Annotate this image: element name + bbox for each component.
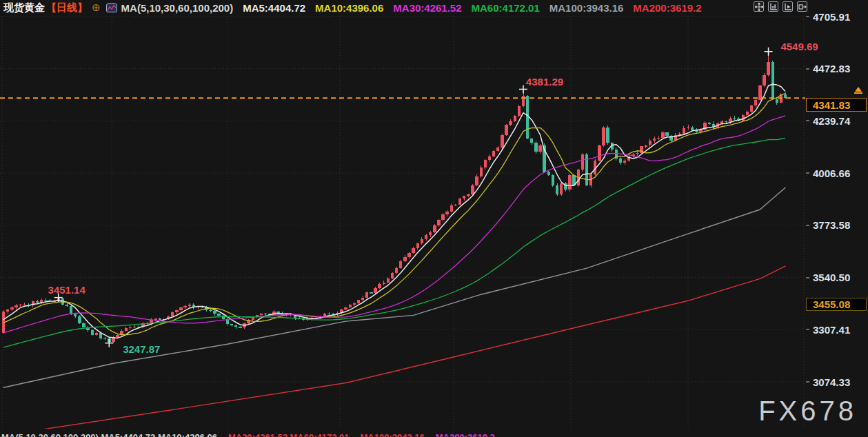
- candle-body: [188, 305, 191, 306]
- candlestick-chart[interactable]: 3451.143247.874381.294549.69: [0, 0, 868, 429]
- scroll-to-latest-icon[interactable]: [855, 87, 862, 94]
- candle-body: [209, 310, 212, 311]
- candle-body: [683, 128, 685, 134]
- price-annotation-label: 4549.69: [780, 41, 818, 52]
- ma-settings-label[interactable]: MA(5,10,30,60,100,200): [121, 2, 234, 14]
- candle-body: [179, 307, 182, 310]
- candle-body: [619, 159, 622, 163]
- y-axis-tick: [806, 225, 809, 226]
- candle-body: [758, 85, 761, 99]
- ma-line-ma200: [3, 266, 785, 429]
- candle-body: [661, 132, 664, 138]
- candle-body: [556, 185, 558, 194]
- candle-body: [475, 176, 478, 185]
- candle-body: [657, 138, 660, 139]
- candle-body: [383, 283, 385, 284]
- y-axis-label: 4705.91: [813, 10, 867, 23]
- candle-body: [471, 185, 474, 194]
- ma-value-ma10: MA10:4396.06: [315, 2, 383, 14]
- candle-body: [234, 325, 237, 327]
- extreme-marker: [765, 48, 773, 56]
- candle-body: [171, 312, 174, 316]
- candle-body: [771, 62, 774, 99]
- ma-value-ma30: MA30:4261.52: [393, 2, 461, 14]
- candle-body: [484, 160, 487, 167]
- candle-body: [327, 314, 330, 314]
- candle-body: [361, 298, 364, 301]
- chart-header: 现货黄金 【日线】 ⊕ MA(5,10,30,60,100,200) MA5:4…: [3, 1, 702, 14]
- candle-body: [509, 121, 512, 125]
- candle-body: [733, 119, 736, 119]
- candle-body: [14, 305, 17, 307]
- ma-line-ma30: [3, 116, 785, 333]
- watermark: FX678: [758, 396, 857, 427]
- candle-body: [450, 205, 453, 212]
- candle-body: [433, 225, 436, 232]
- candle-body: [547, 172, 550, 175]
- candle-body: [492, 151, 495, 156]
- candle-body: [514, 116, 516, 121]
- candle-body: [754, 100, 757, 106]
- candle-body: [175, 310, 178, 313]
- candle-body: [560, 183, 563, 194]
- sub-chart-icon[interactable]: [783, 1, 793, 12]
- pan-icon[interactable]: [754, 1, 764, 12]
- candle-body: [349, 305, 352, 307]
- clipped-text-segment: MA(5,10,30,60,100,200) MA5:4404.72 MA10:…: [1, 432, 217, 437]
- candle-body: [23, 305, 26, 305]
- grid-layer: [0, 17, 805, 428]
- candle-body: [530, 139, 533, 143]
- candle-body: [538, 145, 541, 152]
- candle-body: [78, 316, 81, 323]
- candle-body: [407, 253, 410, 257]
- candle-body: [416, 243, 419, 248]
- candle-body: [357, 300, 360, 303]
- clipped-text-segment: MA100:3943.16: [361, 432, 425, 437]
- candle-body: [374, 288, 376, 292]
- candle-body: [353, 303, 356, 305]
- y-axis-label: 3540.50: [813, 271, 867, 284]
- candle-body: [708, 123, 711, 124]
- candle-body: [116, 335, 119, 337]
- y-axis-tick: [806, 120, 809, 121]
- candle-body: [441, 214, 444, 220]
- candle-body: [260, 314, 263, 315]
- y-axis-tick: [806, 277, 809, 278]
- candle-body: [370, 292, 372, 293]
- candle-body: [239, 327, 241, 327]
- candle-body: [19, 305, 21, 305]
- candle-body: [412, 248, 414, 253]
- price-annotation-label: 4381.29: [526, 76, 563, 88]
- y-axis-label: 4472.83: [813, 62, 867, 75]
- main-chart-icon[interactable]: [768, 1, 778, 12]
- ma-value-ma200: MA200:3619.2: [633, 2, 701, 14]
- candle-body: [687, 128, 689, 128]
- add-indicator-icon[interactable]: ⊕: [92, 1, 101, 14]
- y-axis-label: 4239.74: [813, 114, 867, 128]
- candle-body: [230, 324, 233, 325]
- detach-icon[interactable]: [797, 1, 807, 12]
- clipped-text-segment: MA30:4261.52 MA60:4172.01: [228, 432, 350, 437]
- candle-body: [488, 156, 491, 160]
- candle-body: [133, 327, 136, 327]
- candle-body: [691, 128, 694, 130]
- candle-body: [568, 175, 571, 190]
- y-axis-label: 3773.58: [813, 218, 867, 232]
- price-level-badge: 3455.08: [806, 298, 867, 311]
- candle-body: [636, 153, 638, 154]
- candle-body: [552, 175, 554, 185]
- y-axis-tick: [806, 381, 809, 383]
- candle-body: [463, 196, 465, 199]
- candle-body: [125, 328, 128, 332]
- ma-indicator-icon[interactable]: [106, 3, 117, 12]
- candle-body: [10, 307, 13, 309]
- candle-body: [458, 199, 461, 204]
- timeframe-label[interactable]: 【日线】: [46, 1, 88, 14]
- ma-value-ma60: MA60:4172.01: [472, 2, 540, 14]
- candle-body: [264, 314, 267, 314]
- candle-body: [678, 134, 681, 134]
- candle-body: [445, 212, 448, 214]
- candle-body: [649, 141, 652, 145]
- candle-body: [522, 96, 525, 106]
- current-price-badge: 4341.83: [806, 98, 867, 112]
